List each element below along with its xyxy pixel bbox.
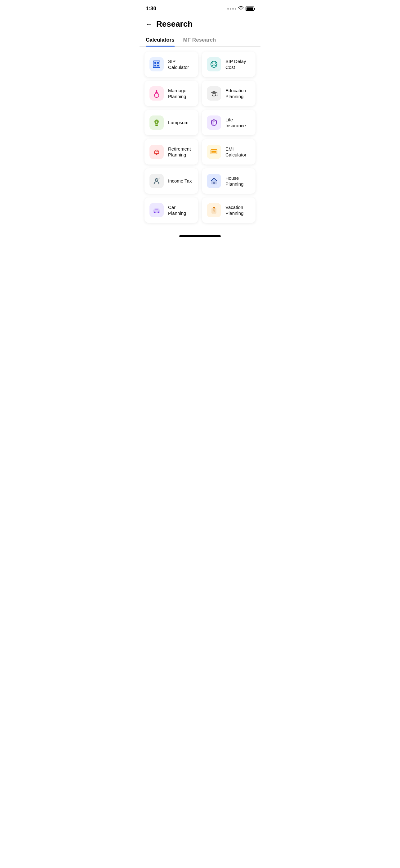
svg-rect-5	[157, 65, 159, 66]
sip-calculator-label: SIP Calculator	[168, 58, 193, 70]
sip-delay-cost-label: SIP Delay Cost	[226, 58, 251, 70]
home-indicator	[179, 235, 221, 237]
education-planning-card[interactable]: Education Planning	[202, 81, 256, 106]
svg-point-43	[214, 211, 214, 212]
signal-icon	[227, 8, 236, 10]
svg-point-13	[156, 90, 158, 92]
status-bar: 1:30	[139, 0, 261, 16]
emi-calculator-label: EMI Calculator	[226, 146, 251, 158]
life-insurance-icon	[207, 116, 221, 130]
emi-calculator-card[interactable]: EMI Calculator	[202, 139, 256, 164]
education-icon	[207, 86, 221, 101]
svg-point-42	[213, 211, 213, 212]
house-planning-label: House Planning	[226, 175, 251, 187]
svg-rect-18	[155, 125, 158, 126]
sip-delay-icon	[207, 57, 221, 71]
svg-point-8	[215, 62, 216, 64]
house-planning-card[interactable]: House Planning	[202, 168, 256, 194]
calculator-grid: SIP Calculator SIP Delay Cost	[139, 52, 261, 229]
svg-point-11	[155, 93, 159, 97]
vacation-icon: $	[207, 203, 221, 217]
tab-calculators[interactable]: Calculators	[146, 34, 174, 46]
car-planning-card[interactable]: Car Planning	[144, 197, 198, 223]
svg-rect-25	[211, 151, 216, 152]
education-planning-label: Education Planning	[226, 88, 251, 100]
svg-point-37	[158, 212, 159, 213]
lumpsum-label: Lumpsum	[168, 120, 189, 126]
house-icon	[207, 174, 221, 188]
svg-point-7	[211, 62, 213, 64]
marriage-planning-label: Marriage Planning	[168, 88, 193, 100]
svg-rect-38	[155, 209, 158, 210]
vacation-planning-card[interactable]: $ Vacation Planning	[202, 197, 256, 223]
svg-rect-4	[155, 65, 156, 66]
emi-icon	[207, 145, 221, 159]
car-planning-label: Car Planning	[168, 204, 193, 216]
life-insurance-card[interactable]: Life Insurance	[202, 110, 256, 135]
retirement-icon	[149, 145, 164, 159]
income-tax-card[interactable]: $ Income Tax	[144, 168, 198, 194]
page-title: Research	[156, 19, 193, 29]
marriage-icon	[149, 86, 164, 101]
svg-rect-28	[215, 152, 216, 153]
header: ← Research	[139, 16, 261, 34]
svg-rect-27	[213, 152, 215, 153]
svg-text:$: $	[156, 120, 158, 123]
sip-delay-cost-card[interactable]: SIP Delay Cost	[202, 52, 256, 77]
marriage-planning-card[interactable]: Marriage Planning	[144, 81, 198, 106]
svg-point-36	[154, 212, 156, 213]
status-time: 1:30	[146, 6, 156, 12]
income-tax-icon: $	[149, 174, 164, 188]
income-tax-label: Income Tax	[168, 178, 192, 184]
retirement-planning-label: Retirement Planning	[168, 146, 193, 158]
svg-point-30	[156, 180, 157, 180]
battery-icon	[245, 6, 254, 11]
svg-rect-3	[157, 62, 159, 64]
car-icon	[149, 203, 164, 217]
svg-rect-2	[155, 62, 156, 64]
wifi-icon	[238, 6, 244, 11]
tabs: Calculators MF Research	[139, 34, 261, 46]
vacation-planning-label: Vacation Planning	[226, 204, 251, 216]
svg-point-44	[214, 211, 215, 212]
tab-mf-research[interactable]: MF Research	[183, 34, 216, 46]
life-insurance-label: Life Insurance	[226, 117, 251, 129]
svg-rect-34	[213, 182, 215, 184]
back-button[interactable]: ←	[146, 20, 153, 28]
svg-point-17	[217, 95, 218, 96]
sip-calc-icon	[149, 57, 164, 71]
svg-rect-0	[153, 61, 160, 68]
retirement-planning-card[interactable]: Retirement Planning	[144, 139, 198, 164]
status-icons	[227, 6, 254, 11]
lumpsum-icon: $	[149, 116, 164, 130]
svg-rect-26	[211, 152, 213, 153]
sip-calculator-card[interactable]: SIP Calculator	[144, 52, 198, 77]
svg-text:$: $	[158, 182, 159, 185]
lumpsum-card[interactable]: $ Lumpsum	[144, 110, 198, 135]
